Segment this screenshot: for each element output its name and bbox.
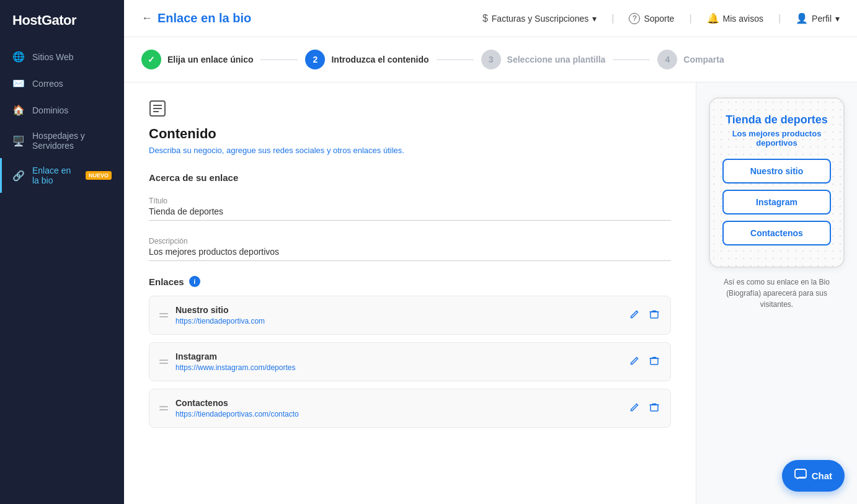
form-subtitle: Describa su negocio, agregue sus redes s… <box>149 146 671 155</box>
about-section-title: Acerca de su enlace <box>149 172 671 183</box>
back-arrow-icon: ← <box>141 12 153 25</box>
step-3-circle: 3 <box>481 50 501 69</box>
question-icon: ? <box>629 13 640 24</box>
links-title: Enlaces <box>149 276 184 287</box>
link-item-3: Contactenos https://tiendadeportivas.com… <box>149 389 671 428</box>
step-2: 2 Introduzca el contenido <box>305 50 428 69</box>
title-input[interactable] <box>149 193 671 221</box>
step-connector-1 <box>260 60 298 60</box>
step-connector-3 <box>613 60 650 60</box>
soporte-label: Soporte <box>644 14 674 24</box>
content-icon <box>149 100 166 121</box>
step-4-label: Comparta <box>683 55 724 64</box>
step-1-label: Elija un enlace único <box>167 55 253 64</box>
correos-icon: ✉️ <box>12 77 25 89</box>
link-item-2: Instagram https://www.instagram.com/depo… <box>149 342 671 381</box>
dollar-icon: $ <box>482 13 488 24</box>
preview-store-subtitle: Los mejores productos deportivos <box>722 129 831 148</box>
avisos-label: Mis avisos <box>723 14 763 24</box>
link-actions-1 <box>628 308 660 323</box>
step-2-label: Introduzca el contenido <box>331 55 428 64</box>
step-4-circle: 4 <box>657 50 677 69</box>
drag-handle-1[interactable] <box>159 313 168 317</box>
title-label: Título <box>149 197 167 205</box>
form-section: Contenido Describa su negocio, agregue s… <box>124 82 696 504</box>
delete-link-2-button[interactable] <box>648 355 660 369</box>
page-title: Enlace en la bio <box>158 11 251 25</box>
svg-rect-4 <box>651 312 658 318</box>
user-icon: 👤 <box>796 12 808 24</box>
preview-store-title: Tienda de deportes <box>722 113 831 126</box>
main-content: ← Enlace en la bio $ Facturas y Suscripc… <box>124 0 857 504</box>
link-name-1: Nuestro sitio <box>175 305 621 315</box>
sidebar-item-dominios[interactable]: 🏠 Dominios <box>0 97 124 123</box>
sidebar-item-enlace-bio[interactable]: 🔗 Enlace en la bio NUEVO <box>0 158 124 193</box>
sidebar: HostGator 🌐 Sitios Web ✉️ Correos 🏠 Domi… <box>0 0 124 504</box>
link-url-1: https://tiendadeportiva.com <box>175 317 621 325</box>
enlace-bio-icon: 🔗 <box>12 170 25 182</box>
soporte-nav-item[interactable]: ? Soporte <box>629 13 674 24</box>
description-field-group: Descripción <box>149 233 671 261</box>
link-actions-2 <box>628 355 660 369</box>
perfil-dropdown-icon: ▾ <box>835 14 840 24</box>
link-name-3: Contactenos <box>175 398 621 408</box>
drag-handle-2[interactable] <box>159 360 168 364</box>
preview-section: Tienda de deportes Los mejores productos… <box>696 82 857 504</box>
links-header: Enlaces i <box>149 276 671 287</box>
chat-icon <box>794 469 807 483</box>
sidebar-item-hospedajes[interactable]: 🖥️ Hospedajes y Servidores <box>0 123 124 158</box>
sitios-web-icon: 🌐 <box>12 51 25 63</box>
bell-icon: 🔔 <box>707 12 719 24</box>
title-field-group: Título <box>149 193 671 221</box>
description-label: Descripción <box>149 237 188 245</box>
sidebar-item-sitios-web[interactable]: 🌐 Sitios Web <box>0 43 124 70</box>
delete-link-3-button[interactable] <box>648 401 660 416</box>
preview-caption: Así es como su enlace en la Bio (Biograf… <box>709 276 845 310</box>
header: ← Enlace en la bio $ Facturas y Suscripc… <box>124 0 857 37</box>
header-nav: $ Facturas y Suscripciones ▾ | ? Soporte… <box>482 12 840 24</box>
preview-btn-3[interactable]: Contactenos <box>722 221 831 245</box>
sidebar-item-label: Correos <box>32 79 63 89</box>
perfil-label: Perfil <box>812 14 832 24</box>
link-info-1: Nuestro sitio https://tiendadeportiva.co… <box>175 305 621 325</box>
step-3-label: Seleccione una plantilla <box>507 55 606 64</box>
form-title: Contenido <box>149 126 671 142</box>
link-info-3: Contactenos https://tiendadeportivas.com… <box>175 398 621 418</box>
perfil-nav-item[interactable]: 👤 Perfil ▾ <box>796 12 840 24</box>
preview-btn-1[interactable]: Nuestro sitio <box>722 159 831 183</box>
link-actions-3 <box>628 401 660 416</box>
info-icon[interactable]: i <box>189 276 200 287</box>
link-name-2: Instagram <box>175 351 621 361</box>
step-1: ✓ Elija un enlace único <box>141 50 253 69</box>
svg-rect-7 <box>795 469 806 478</box>
sidebar-logo: HostGator <box>0 0 124 43</box>
delete-link-1-button[interactable] <box>648 308 660 323</box>
step-1-circle: ✓ <box>141 50 161 69</box>
sidebar-item-label: Hospedajes y Servidores <box>32 131 112 151</box>
edit-link-1-button[interactable] <box>628 308 641 323</box>
svg-rect-5 <box>651 358 658 365</box>
avisos-nav-item[interactable]: 🔔 Mis avisos <box>707 12 763 24</box>
sidebar-nav: 🌐 Sitios Web ✉️ Correos 🏠 Dominios 🖥️ Ho… <box>0 43 124 193</box>
link-item-1: Nuestro sitio https://tiendadeportiva.co… <box>149 296 671 335</box>
facturas-nav-item[interactable]: $ Facturas y Suscripciones ▾ <box>482 13 597 24</box>
description-input[interactable] <box>149 233 671 261</box>
step-4: 4 Comparta <box>657 50 724 69</box>
sidebar-item-label: Enlace en la bio <box>32 166 76 185</box>
drag-handle-3[interactable] <box>159 406 168 410</box>
preview-card: Tienda de deportes Los mejores productos… <box>709 97 845 268</box>
chat-button[interactable]: Chat <box>782 460 845 492</box>
step-connector-2 <box>437 60 474 60</box>
edit-link-2-button[interactable] <box>628 355 641 369</box>
back-button[interactable]: ← Enlace en la bio <box>141 11 251 25</box>
chat-label: Chat <box>812 471 832 481</box>
link-url-3: https://tiendadeportivas.com/contacto <box>175 410 621 418</box>
hospedajes-icon: 🖥️ <box>12 135 25 147</box>
facturas-dropdown-icon: ▾ <box>592 14 597 24</box>
edit-link-3-button[interactable] <box>628 401 641 416</box>
preview-btn-2[interactable]: Instagram <box>722 190 831 214</box>
new-badge: NUEVO <box>86 171 112 180</box>
facturas-label: Facturas y Suscripciones <box>492 14 588 24</box>
step-3: 3 Seleccione una plantilla <box>481 50 606 69</box>
sidebar-item-correos[interactable]: ✉️ Correos <box>0 70 124 97</box>
